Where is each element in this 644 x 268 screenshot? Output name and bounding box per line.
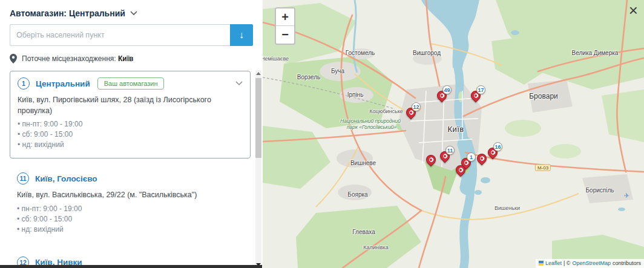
store-number-badge: 1 <box>18 77 30 90</box>
hours-line: • пн-пт: 9:00 - 19:00 <box>17 204 243 213</box>
city-search-input[interactable] <box>10 24 230 46</box>
down-arrow-icon: ↓ <box>239 30 244 41</box>
panel-header: Автомагазин: Центральний <box>0 0 263 23</box>
marker-number-badge: 12 <box>412 102 421 111</box>
marker-number-badge: 1 <box>467 152 476 162</box>
map-attribution: Leaflet | © OpenStreetMap contributors <box>536 259 644 268</box>
map-close-button[interactable]: × <box>629 2 638 18</box>
horizontal-scrollbar[interactable] <box>0 265 262 268</box>
leaflet-link[interactable]: Leaflet <box>545 260 562 266</box>
scroll-up-arrow[interactable] <box>255 70 261 77</box>
page-title: Автомагазин: Центральний <box>10 8 125 18</box>
zoom-out-button[interactable]: − <box>276 26 294 44</box>
leaflet-flag-icon <box>539 261 544 266</box>
store-name: Центральний <box>36 79 90 88</box>
zoom-in-button[interactable]: + <box>276 8 294 26</box>
hours-line: • нд: вихідний <box>17 225 243 234</box>
store-name: Київ, Голосієво <box>35 174 97 183</box>
store-card-central[interactable]: 1 Центральний Ваш автомагазин Київ, вул.… <box>10 71 251 159</box>
hours-line: • сб: 9:00 - 15:00 <box>18 130 243 139</box>
store-card-holosiivo[interactable]: 11 Київ, Голосієво Київ, вул. Васильківс… <box>10 166 251 243</box>
search-row: ↓ <box>10 24 253 46</box>
hours-line: • пн-пт: 9:00 - 19:00 <box>18 120 243 128</box>
openstreetmap-link[interactable]: OpenStreetMap <box>572 260 611 266</box>
store-locator-app: Автомагазин: Центральний ↓ Поточне місце… <box>0 0 644 268</box>
store-card-header: 1 Центральний Ваш автомагазин <box>18 77 243 90</box>
title-chevron-down-icon[interactable] <box>130 11 137 16</box>
hours-line: • сб: 9:00 - 15:00 <box>17 215 243 223</box>
store-list: 1 Центральний Ваш автомагазин Київ, вул.… <box>0 71 263 268</box>
current-location-value: Київ <box>118 54 133 63</box>
card-chevron-down-icon[interactable] <box>235 81 243 86</box>
store-number-badge: 11 <box>17 172 29 185</box>
store-address: Київ, вул. Васильківська, 29/22 (м. "Вас… <box>17 190 223 201</box>
map-area[interactable]: Немішаєве Гостомель Вишгород Велика Диме… <box>263 0 644 268</box>
zoom-control: + − <box>275 7 295 45</box>
marker-number-badge: 16 <box>493 142 502 151</box>
your-store-badge: Ваш автомагазин <box>97 77 165 90</box>
current-location-row: Поточне місцезнаходження: Київ <box>10 54 253 64</box>
store-pin-icon <box>424 153 438 167</box>
store-card-header: 11 Київ, Голосієво <box>17 172 243 185</box>
marker-number-badge: 11 <box>445 146 455 155</box>
store-hours: • пн-пт: 9:00 - 19:00 • сб: 9:00 - 15:00… <box>18 120 243 149</box>
attribution-suffix: contributors <box>613 260 641 266</box>
current-location-text: Поточне місцезнаходження: Київ <box>22 54 133 63</box>
current-location-label: Поточне місцезнаходження: <box>22 54 116 63</box>
attribution-separator: | © <box>564 260 570 266</box>
scrollbar-thumb[interactable] <box>255 78 261 158</box>
left-panel: Автомагазин: Центральний ↓ Поточне місце… <box>0 0 263 268</box>
map-markers-layer: 49 17 12 11 <box>263 0 644 268</box>
marker-number-badge: 49 <box>442 85 452 94</box>
location-pin-icon <box>10 54 17 64</box>
marker-number-badge: 17 <box>476 85 485 94</box>
store-pin-icon <box>475 152 489 166</box>
store-address: Київ, вул. Пирогівський шлях, 28 (заїзд … <box>18 95 223 116</box>
search-submit-button[interactable]: ↓ <box>230 24 253 46</box>
hours-line: • нд: вихідний <box>18 140 243 149</box>
store-hours: • пн-пт: 9:00 - 19:00 • сб: 9:00 - 15:00… <box>17 204 243 234</box>
vertical-scrollbar[interactable] <box>255 70 261 268</box>
